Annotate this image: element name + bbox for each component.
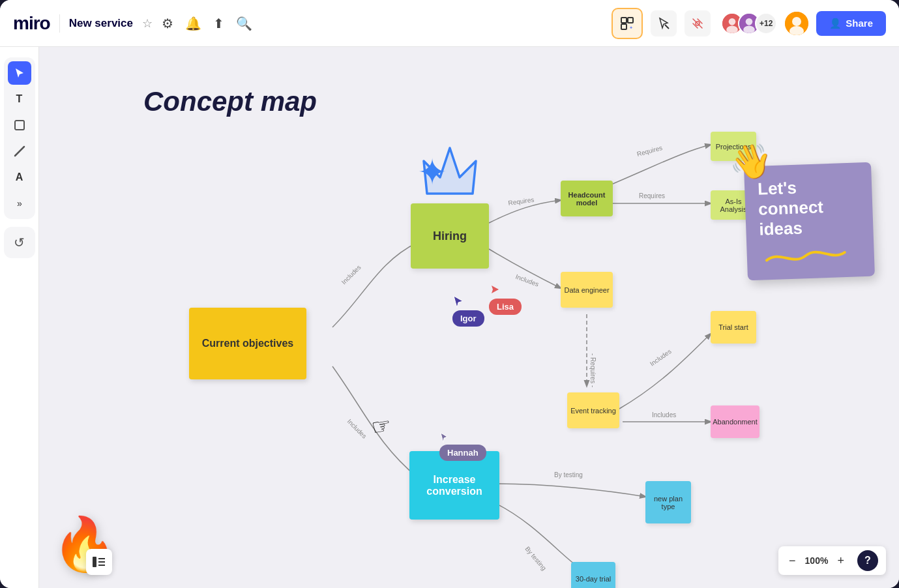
hand-cursor-icon: ☞ [370, 412, 393, 441]
star-icon[interactable]: ☆ [142, 16, 153, 31]
svg-text:By testing: By testing [523, 545, 548, 572]
shape-tool[interactable]: A [8, 166, 31, 189]
share-label: Share [846, 18, 873, 29]
node-new-plan-type[interactable]: new plan type [645, 481, 691, 523]
svg-text:Requires: Requires [508, 196, 535, 207]
svg-text:Includes: Includes [649, 347, 673, 367]
frames-button[interactable]: + [612, 8, 643, 39]
topbar-left: miro New service ☆ ⚙ 🔔 ⬆ 🔍 [13, 13, 601, 34]
topbar-right: +12 👤 Share [721, 11, 886, 36]
line-tool[interactable] [8, 140, 31, 163]
select-tool[interactable] [8, 61, 31, 85]
upload-icon[interactable]: ⬆ [213, 16, 224, 31]
node-data-engineer[interactable]: Data engineer [561, 272, 613, 308]
share-icon: 👤 [829, 18, 842, 29]
laser-button[interactable] [685, 10, 711, 37]
svg-text:+: + [630, 25, 632, 30]
node-trial-start[interactable]: Trial start [711, 311, 756, 344]
sticky-tool[interactable] [8, 113, 31, 137]
topbar-center: + [612, 8, 711, 39]
star-decoration: ✦ [417, 151, 447, 193]
svg-text:Includes: Includes [340, 263, 362, 286]
svg-rect-28 [93, 557, 96, 567]
panel-toggle-button[interactable] [86, 549, 112, 575]
zoom-level: 100% [803, 555, 829, 566]
help-button[interactable]: ? [857, 550, 878, 571]
svg-point-7 [729, 18, 736, 25]
pointer-button[interactable] [651, 10, 677, 37]
cursor-lisa: Lisa [489, 284, 499, 297]
topbar: miro New service ☆ ⚙ 🔔 ⬆ 🔍 + [0, 0, 899, 47]
current-user-avatar[interactable] [785, 12, 808, 35]
avatar-group: +12 [721, 12, 777, 35]
svg-line-16 [15, 147, 24, 156]
svg-text:Includes: Includes [346, 418, 368, 440]
share-button[interactable]: 👤 Share [816, 11, 886, 36]
zoom-out-button[interactable]: − [786, 554, 799, 568]
topbar-divider [59, 14, 60, 33]
node-projections[interactable]: Projections [711, 132, 756, 161]
main-content: T A » ↺ [0, 47, 899, 588]
node-headcount-model[interactable]: Headcount model [561, 181, 613, 216]
svg-rect-1 [628, 18, 633, 23]
undo-group: ↺ [4, 227, 35, 258]
svg-text:Includes: Includes [652, 411, 676, 419]
canvas-title: Concept map [143, 86, 317, 117]
node-hiring[interactable]: Hiring [411, 203, 489, 269]
text-tool[interactable]: T [8, 87, 31, 111]
node-30-day-trial[interactable]: 30-day trial [571, 562, 615, 588]
svg-point-11 [743, 25, 755, 33]
settings-icon[interactable]: ⚙ [162, 16, 173, 31]
app-container: miro New service ☆ ⚙ 🔔 ⬆ 🔍 + [0, 0, 899, 588]
svg-text:- Requires -: - Requires - [589, 353, 597, 387]
topbar-icons: ⚙ 🔔 ⬆ 🔍 [162, 16, 252, 31]
svg-line-4 [665, 25, 669, 29]
more-tools[interactable]: » [8, 192, 31, 215]
svg-text:Requires: Requires [639, 192, 665, 199]
svg-rect-15 [15, 121, 24, 130]
node-current-objectives[interactable]: Current objectives [189, 308, 306, 379]
board-title[interactable]: New service [69, 17, 133, 30]
svg-rect-0 [621, 18, 626, 23]
svg-point-10 [746, 18, 753, 25]
zoom-controls: − 100% + ? [778, 546, 886, 575]
node-abandonment[interactable]: Abandonment [711, 405, 759, 438]
left-toolbar: T A » ↺ [0, 47, 39, 588]
cursor-igor: Igor [452, 295, 464, 309]
svg-text:Requires: Requires [636, 144, 664, 158]
miro-logo: miro [13, 13, 50, 34]
avatar-count[interactable]: +12 [755, 12, 777, 35]
tool-group-main: T A » [4, 57, 35, 219]
svg-text:Includes: Includes [514, 273, 540, 288]
canvas[interactable]: Includes Includes Requires Requires Requ… [39, 47, 899, 588]
cursor-hannah: Hannah [439, 432, 449, 443]
undo-button[interactable]: ↺ [8, 231, 31, 254]
search-icon[interactable]: 🔍 [236, 16, 252, 31]
svg-point-8 [726, 25, 738, 33]
svg-rect-2 [621, 24, 626, 29]
notifications-icon[interactable]: 🔔 [185, 16, 201, 31]
svg-point-13 [792, 17, 801, 26]
node-event-tracking[interactable]: Event tracking [567, 392, 619, 428]
svg-text:By testing: By testing [554, 471, 583, 478]
node-increase-conversion[interactable]: Increase conversion [409, 451, 499, 520]
zoom-in-button[interactable]: + [834, 554, 847, 568]
purple-note[interactable]: Let's connect ideas [744, 162, 875, 281]
